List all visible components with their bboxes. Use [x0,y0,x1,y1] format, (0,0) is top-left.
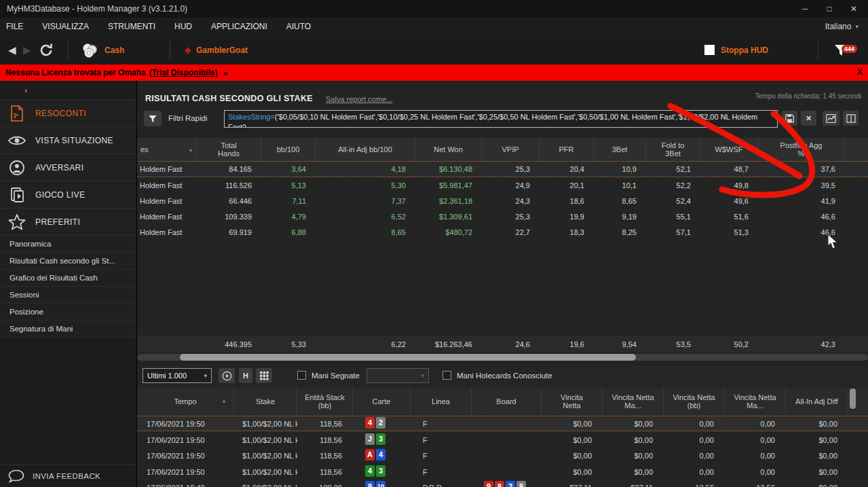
sidebar-item-avversari[interactable]: AVVERSARI [0,154,136,181]
sidebar-item-resoconti[interactable]: RESOCONTI [0,100,136,127]
column-header-postflop-agg[interactable]: Postflop Agg % [758,138,845,161]
hands-range-select[interactable]: Ultimi 1.000 ▾ [143,368,212,383]
sidebar-item-panoramica[interactable]: Panoramica [0,236,136,253]
cell: 37,6 [758,165,845,173]
forward-button[interactable]: ▶ [23,44,31,56]
column-header-bb100[interactable]: bb/100 [261,138,316,161]
active-filters-button[interactable]: 444 [833,35,848,65]
menu-visualizza[interactable]: VISUALIZZA [33,22,98,31]
cell: 42,3 [758,340,845,348]
column-header-stack[interactable]: Entità Stack (bb) [297,387,353,416]
menu-applicazioni[interactable]: APPLICAZIONI [202,22,277,31]
cell: 0,00 [664,468,725,476]
column-header-allin-adj[interactable]: All-in Adj bb/100 [316,138,415,161]
column-header-3bet[interactable]: 3Bet [594,138,646,161]
table-row[interactable]: Holdem Fast 109.339 4,79 6,52 $1.309,61 … [137,209,868,224]
maximize-button[interactable]: □ [825,4,834,14]
sidebar-item-label: VISTA SITUAZIONE [35,136,113,145]
column-header-stakes[interactable]: es▾ [137,138,197,161]
table-row[interactable]: 17/06/2021 19:50 $1,00/$2,00 NL H 118,56… [137,464,868,480]
grid-view-button[interactable] [256,368,272,383]
column-header-vincita-netta[interactable]: Vincita Netta [542,387,603,416]
language-select[interactable]: Italiano ▾ [825,18,858,35]
cell: $27,11 [542,484,603,487]
table-row[interactable]: Holdem Fast 84.165 3,64 4,18 $6.130,48 2… [137,161,868,177]
cash-tab[interactable]: Cash [80,35,124,65]
table-row[interactable]: Holdem Fast 116.526 5,13 5,30 $5.981,47 … [137,177,868,193]
close-button[interactable]: ✕ [849,4,858,14]
menu-aiuto[interactable]: AIUTO [277,22,320,31]
stop-hud-button[interactable]: Stoppa HUD [704,35,768,65]
column-header-vincita-netta-bb[interactable]: Vincita Netta (bb) [664,387,725,416]
window-title: MyHM3Database - Holdem Manager 3 (v3.1.2… [0,4,187,14]
menu-hud[interactable]: HUD [165,22,202,31]
chart-view-button[interactable] [823,111,839,126]
clear-filter-button[interactable]: ✕ [801,111,816,126]
column-header-pfr[interactable]: PFR [540,138,594,161]
save-report-link[interactable]: Salva report come... [326,95,392,103]
scrollbar-thumb[interactable] [180,354,636,361]
column-header-vincita-netta-ma[interactable]: Vincita Netta Ma... [603,387,664,416]
column-header-wwsf[interactable]: W$WSF [700,138,758,161]
menu-file[interactable]: FILE [0,22,33,31]
marked-hands-checkbox[interactable] [297,371,306,380]
table-row[interactable]: 17/06/2021 19:50 $1,00/$2,00 NL H 118,56… [137,448,868,463]
sidebar-item-vista-situazione[interactable]: VISTA SITUAZIONE [0,127,136,154]
cell: $5.981,47 [415,181,482,190]
player-tab[interactable]: ♠ GamblerGoat [185,35,248,65]
sidebar-item-segnatura-mani[interactable]: Segnatura di Mani [0,321,136,338]
sidebar-item-grafico-risultati[interactable]: Grafico dei Risultati Cash [0,270,136,287]
cell: $1,00/$2,00 NL H [234,436,297,444]
vertical-scrollbar-thumb[interactable] [850,389,856,409]
column-header-linea[interactable]: Linea [411,387,472,416]
cell: $2.361,18 [415,197,482,205]
table-row[interactable]: Holdem Fast 66.446 7,11 7,37 $2.361,18 2… [137,193,868,209]
table-row[interactable]: 17/06/2021 19:40 $1,00/$2,00 NL H 100,00… [137,480,868,487]
table-row[interactable]: 17/06/2021 19:50 $1,00/$2,00 NL H 118,56… [137,416,868,431]
known-holecards-checkbox[interactable] [442,371,451,380]
sidebar-collapse-button[interactable]: ‹ [0,81,136,100]
sidebar-item-sessioni[interactable]: Sessioni [0,287,136,304]
sidebar-item-risultati-cash-stake[interactable]: Risultati Cash secondo gli St... [0,253,136,270]
column-header-vpip[interactable]: VPIP [482,138,540,161]
filter-expression-input[interactable]: StakesString=('$0,05/$0,10 NL Holdem Fas… [224,110,778,128]
cell: 0,00 [664,420,725,428]
chevron-down-icon: ▾ [421,372,424,379]
menu-strumenti[interactable]: STRUMENTI [98,22,165,31]
save-filter-button[interactable] [782,111,797,126]
refresh-button[interactable] [38,35,54,65]
sidebar-item-label: AVVERSARI [35,163,83,173]
banner-close-button[interactable]: X [857,67,863,77]
cell: 3,64 [261,165,316,173]
column-header-vincita-netta-ma-bb[interactable]: Vincita Netta Ma... [725,387,786,416]
sidebar-item-gioco-live[interactable]: GIOCO LIVE [0,181,136,209]
column-header-fold-to-3bet[interactable]: Fold to 3Bet [646,138,700,161]
table-row[interactable]: 17/06/2021 19:50 $1,00/$2,00 NL H 118,56… [137,432,868,448]
replay-button[interactable] [219,368,235,383]
marked-tags-select[interactable]: ▾ [366,368,429,383]
hole-cards: 42 [353,417,411,430]
h-button[interactable]: H [239,368,252,383]
quick-filter-button[interactable] [144,111,162,126]
cell: 6,88 [261,228,316,236]
trial-link[interactable]: (Trial Disponibile) [149,68,218,77]
column-header-stake[interactable]: Stake [234,387,297,416]
back-button[interactable]: ◀ [8,44,16,56]
filter-count-badge: 444 [842,45,857,53]
cell: $0,00 [786,420,848,428]
sidebar-item-preferiti[interactable]: PREFERITI [0,209,136,236]
cell: 48,7 [700,165,758,173]
column-header-net-won[interactable]: Net Won [415,138,482,161]
table-row[interactable]: Holdem Fast 69.919 6,88 8,65 $480,72 22,… [137,224,868,240]
column-header-tempo[interactable]: Tempo▾ [137,387,234,416]
columns-layout-button[interactable] [843,111,858,126]
send-feedback-button[interactable]: INVIA FEEDBACK [0,465,136,487]
column-header-board[interactable]: Board [472,387,542,416]
column-header-carte[interactable]: Carte [353,387,411,416]
minimize-button[interactable]: ─ [800,4,810,14]
sidebar-item-posizione[interactable]: Posizione [0,304,136,321]
column-header-allin-adj-diff[interactable]: All-In Adj Diff [786,387,848,416]
cell: 18,3 [540,228,594,236]
horizontal-scrollbar[interactable] [137,354,868,361]
column-header-total-hands[interactable]: Total Hands [197,138,261,161]
